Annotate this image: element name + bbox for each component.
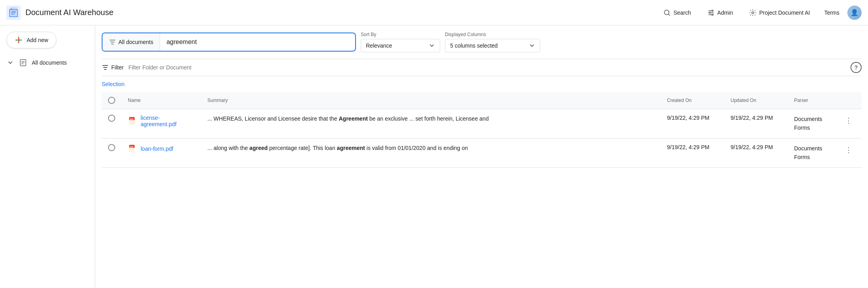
sort-select[interactable]: Relevance [361,39,440,52]
project-label: Project Document AI [759,10,810,16]
gear-icon [749,9,757,17]
app-title: Document AI Warehouse [25,8,114,17]
row2-created-cell: 9/19/22, 4:29 PM [661,138,724,167]
svg-point-12 [752,12,754,13]
main-content: All documents Sort By Relevance Displaye… [95,25,868,288]
svg-point-4 [665,10,669,15]
row1-checkbox-cell [102,109,122,138]
row1-more-button[interactable]: ⋮ [842,115,855,127]
svg-rect-2 [11,12,16,13]
help-icon[interactable]: ? [851,62,862,73]
row2-bold2: agreement [337,145,365,151]
all-docs-filter-label: All documents [118,39,153,45]
expand-icon [6,59,14,67]
chevron-down-icon [429,42,435,49]
row1-file-cell: PDF license-agreement.pdf [128,115,195,127]
search-bar-area: All documents Sort By Relevance Displaye… [102,32,862,52]
row2-parser: Documents Forms [794,144,829,162]
table-body: PDF license-agreement.pdf ... WHEREAS, L… [102,109,862,168]
app-logo: Document AI Warehouse [6,6,114,20]
admin-label: Admin [717,10,733,16]
row1-created-cell: 9/19/22, 4:29 PM [661,109,724,138]
row2-checkbox[interactable] [108,144,115,151]
svg-point-9 [711,10,713,11]
row2-filename[interactable]: loan-form.pdf [141,146,173,152]
row1-name-cell: PDF license-agreement.pdf [122,109,201,138]
pdf-icon: PDF [128,116,137,126]
admin-button[interactable]: Admin [701,6,740,20]
add-new-label: Add new [27,37,48,43]
row1-summary-cell: ... WHEREAS, Licensor and Licensee desir… [201,109,661,138]
search-icon [663,9,671,17]
table-row: PDF loan-form.pdf ... along with the agr… [102,138,862,167]
svg-point-10 [709,12,710,13]
row1-parser-cell: Documents Forms [788,109,835,138]
columns-value: 5 columns selected [450,42,498,49]
row1-actions-cell: ⋮ [835,109,862,138]
columns-dropdown: Displayed Columns 5 columns selected [445,32,540,52]
plus-icon [15,36,23,44]
row2-parser-cell: Documents Forms [788,138,835,167]
svg-rect-3 [11,14,14,15]
search-input[interactable] [160,38,355,46]
avatar[interactable]: 👤 [847,6,862,20]
svg-text:PDF: PDF [130,146,133,148]
add-new-button[interactable]: Add new [6,32,56,48]
app-logo-icon [6,6,21,20]
table-row: PDF license-agreement.pdf ... WHEREAS, L… [102,109,862,138]
table-header: Name Summary Created On Updated On Parse… [102,92,862,109]
row2-summary: ... along with the agreed percentage rat… [207,144,654,152]
top-nav: Document AI Warehouse Search Admin [0,0,868,25]
row2-updated-cell: 9/19/22, 4:29 PM [724,138,788,167]
svg-line-5 [669,14,670,15]
filter-button[interactable]: Filter [102,64,124,71]
sort-dropdown: Sort By Relevance [361,32,440,52]
row2-updated: 9/19/22, 4:29 PM [731,144,773,150]
search-input-wrapper: All documents [102,33,356,52]
col-header-actions [835,92,862,109]
row2-bold1: agreed [249,145,268,151]
row1-created: 9/19/22, 4:29 PM [667,115,709,121]
col-header-summary: Summary [201,92,661,109]
document-icon [19,59,27,67]
row1-updated-cell: 9/19/22, 4:29 PM [724,109,788,138]
row1-parser: Documents Forms [794,115,829,132]
search-nav-button[interactable]: Search [657,6,697,20]
row2-actions-cell: ⋮ [835,138,862,167]
col-header-name: Name [122,92,201,109]
svg-point-11 [711,14,713,15]
admin-icon [707,9,715,17]
filter-icon [102,64,109,71]
search-nav-label: Search [673,10,691,16]
row1-updated: 9/19/22, 4:29 PM [731,115,773,121]
row1-filename[interactable]: license-agreement.pdf [141,115,195,127]
header-checkbox[interactable] [108,97,115,104]
filter-input[interactable] [124,64,862,71]
terms-button[interactable]: Terms [820,6,844,19]
row2-created: 9/19/22, 4:29 PM [667,144,709,150]
row2-checkbox-cell [102,138,122,167]
filter-lines-icon [109,38,116,46]
row1-summary: ... WHEREAS, Licensor and Licensee desir… [207,115,654,123]
row1-checkbox[interactable] [108,115,115,122]
row1-bold1: Agreement [339,115,368,122]
filter-row: Filter ? [102,59,862,76]
row2-more-button[interactable]: ⋮ [842,144,855,156]
col-header-updated: Updated On [724,92,788,109]
row2-file-cell: PDF loan-form.pdf [128,144,195,154]
chevron-down-icon-2 [529,42,535,49]
row2-summary-cell: ... along with the agreed percentage rat… [201,138,661,167]
project-button[interactable]: Project Document AI [742,6,816,20]
nav-actions: Search Admin Project Document AI Terms [657,6,862,20]
row2-name-cell: PDF loan-form.pdf [122,138,201,167]
sidebar-item-all-documents[interactable]: All documents [0,55,95,71]
col-header-checkbox [102,92,122,109]
documents-table: Name Summary Created On Updated On Parse… [102,92,862,168]
selection-link[interactable]: Selection [102,78,862,90]
all-docs-filter-button[interactable]: All documents [102,33,160,51]
pdf-icon-2: PDF [128,144,137,154]
col-header-parser: Parser [788,92,835,109]
columns-select[interactable]: 5 columns selected [445,39,540,52]
main-layout: Add new All documents [0,25,868,288]
sidebar: Add new All documents [0,25,95,288]
